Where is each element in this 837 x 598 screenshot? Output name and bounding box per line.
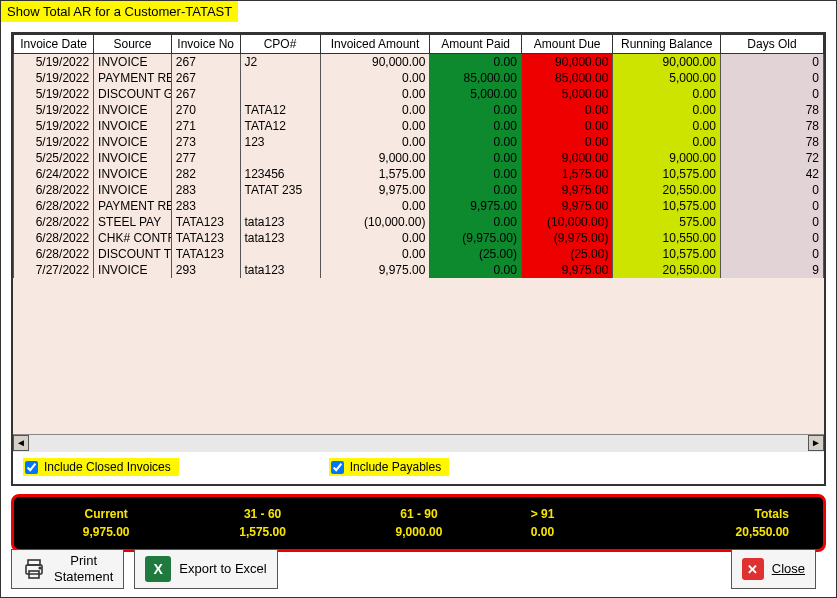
table-row[interactable]: 6/28/2022INVOICE283TATAT 2359,975.000.00… [14, 182, 824, 198]
invoice-grid[interactable]: Invoice Date Source Invoice No CPO# Invo… [13, 34, 824, 278]
cell-invoiced: (10,000.00) [320, 214, 430, 230]
cell-balance: 90,000.00 [613, 54, 721, 70]
checkbox-row: Include Closed Invoices Include Payables [13, 452, 824, 484]
table-row[interactable]: 5/19/2022INVOICE271TATA120.000.000.000.0… [14, 118, 824, 134]
cell-balance: 0.00 [613, 134, 721, 150]
cell-due: 9,975.00 [521, 262, 613, 278]
cell-source: INVOICE [94, 134, 172, 150]
cell-invoice-no: 283 [171, 198, 240, 214]
cell-paid: 85,000.00 [430, 70, 522, 86]
horizontal-scrollbar[interactable]: ◄ ► [13, 434, 824, 452]
cell-due: 9,975.00 [521, 198, 613, 214]
cell-source: DISCOUNT T [94, 246, 172, 262]
cell-date: 5/19/2022 [14, 70, 94, 86]
cell-due: (25.00) [521, 246, 613, 262]
cell-days: 0 [720, 182, 823, 198]
col-header-due[interactable]: Amount Due [521, 35, 613, 54]
cell-days: 42 [720, 166, 823, 182]
print-label-2: Statement [54, 569, 113, 584]
include-closed-checkbox[interactable]: Include Closed Invoices [23, 458, 179, 476]
cell-source: PAYMENT RE [94, 70, 172, 86]
cell-balance: 0.00 [613, 102, 721, 118]
cell-days: 0 [720, 198, 823, 214]
cell-invoiced: 0.00 [320, 246, 430, 262]
cell-paid: 0.00 [430, 102, 522, 118]
cell-source: INVOICE [94, 102, 172, 118]
cell-paid: 0.00 [430, 134, 522, 150]
table-row[interactable]: 5/19/2022INVOICE270TATA120.000.000.000.0… [14, 102, 824, 118]
cell-cpo [240, 70, 320, 86]
cell-paid: 9,975.00 [430, 198, 522, 214]
cell-cpo: tata123 [240, 214, 320, 230]
table-row[interactable]: 6/24/2022INVOICE2821234561,575.000.001,5… [14, 166, 824, 182]
cell-cpo: TATA12 [240, 102, 320, 118]
cell-date: 7/27/2022 [14, 262, 94, 278]
cell-date: 5/19/2022 [14, 118, 94, 134]
cell-cpo [240, 150, 320, 166]
col-header-days[interactable]: Days Old [720, 35, 823, 54]
col-header-balance[interactable]: Running Balance [613, 35, 721, 54]
cell-balance: 10,575.00 [613, 198, 721, 214]
table-row[interactable]: 6/28/2022STEEL PAYTATA123tata123(10,000.… [14, 214, 824, 230]
scroll-right-icon[interactable]: ► [808, 435, 824, 451]
scroll-left-icon[interactable]: ◄ [13, 435, 29, 451]
print-statement-button[interactable]: Print Statement [11, 549, 124, 589]
col-header-date[interactable]: Invoice Date [14, 35, 94, 54]
table-row[interactable]: 5/19/2022INVOICE2731230.000.000.000.0078 [14, 134, 824, 150]
include-closed-input[interactable] [25, 461, 38, 474]
table-row[interactable]: 6/28/2022CHK# CONTRTATA123tata1230.00(9,… [14, 230, 824, 246]
cell-balance: 20,550.00 [613, 182, 721, 198]
button-row: Print Statement X Export to Excel ✕ Clos… [11, 549, 826, 589]
cell-invoiced: 9,000.00 [320, 150, 430, 166]
excel-icon: X [145, 556, 171, 582]
grid-frame: Invoice Date Source Invoice No CPO# Invo… [11, 32, 826, 486]
cell-paid: 5,000.00 [430, 86, 522, 102]
table-row[interactable]: 7/27/2022INVOICE293tata1239,975.000.009,… [14, 262, 824, 278]
aging-value-31-60: 1,575.00 [184, 523, 340, 541]
cell-invoiced: 0.00 [320, 70, 430, 86]
grid-container: Invoice Date Source Invoice No CPO# Invo… [13, 34, 824, 434]
table-row[interactable]: 5/19/2022INVOICE267J290,000.000.0090,000… [14, 54, 824, 70]
cell-source: INVOICE [94, 182, 172, 198]
aging-summary: Current 31 - 60 61 - 90 > 91 Totals 9,97… [11, 494, 826, 552]
table-row[interactable]: 5/25/2022INVOICE2779,000.000.009,000.009… [14, 150, 824, 166]
cell-paid: (25.00) [430, 246, 522, 262]
cell-date: 6/28/2022 [14, 246, 94, 262]
cell-date: 6/28/2022 [14, 182, 94, 198]
include-payables-checkbox[interactable]: Include Payables [329, 458, 449, 476]
cell-invoice-no: TATA123 [171, 230, 240, 246]
include-payables-input[interactable] [331, 461, 344, 474]
col-header-invoiced[interactable]: Invoiced Amount [320, 35, 430, 54]
cell-source: INVOICE [94, 262, 172, 278]
cell-source: PAYMENT RE [94, 198, 172, 214]
cell-invoice-no: 267 [171, 54, 240, 70]
aging-value-totals: 20,550.00 [588, 523, 809, 541]
cell-days: 0 [720, 246, 823, 262]
col-header-cpo[interactable]: CPO# [240, 35, 320, 54]
table-row[interactable]: 6/28/2022PAYMENT RE2830.009,975.009,975.… [14, 198, 824, 214]
cell-date: 6/28/2022 [14, 214, 94, 230]
export-excel-button[interactable]: X Export to Excel [134, 549, 277, 589]
table-row[interactable]: 5/19/2022DISCOUNT G2670.005,000.005,000.… [14, 86, 824, 102]
cell-source: DISCOUNT G [94, 86, 172, 102]
print-label-1: Print [70, 553, 97, 568]
cell-balance: 9,000.00 [613, 150, 721, 166]
cell-date: 6/28/2022 [14, 198, 94, 214]
cell-invoice-no: 282 [171, 166, 240, 182]
include-closed-label: Include Closed Invoices [44, 460, 171, 474]
col-header-invoice-no[interactable]: Invoice No [171, 35, 240, 54]
cell-invoice-no: 283 [171, 182, 240, 198]
cell-invoice-no: 267 [171, 86, 240, 102]
cell-paid: 0.00 [430, 150, 522, 166]
table-row[interactable]: 5/19/2022PAYMENT RE2670.0085,000.0085,00… [14, 70, 824, 86]
close-button[interactable]: ✕ Close [731, 549, 816, 589]
include-payables-label: Include Payables [350, 460, 441, 474]
cell-cpo: tata123 [240, 262, 320, 278]
col-header-paid[interactable]: Amount Paid [430, 35, 522, 54]
cell-due: 0.00 [521, 134, 613, 150]
table-row[interactable]: 6/28/2022DISCOUNT TTATA1230.00(25.00)(25… [14, 246, 824, 262]
cell-date: 5/19/2022 [14, 86, 94, 102]
cell-invoice-no: 293 [171, 262, 240, 278]
col-header-source[interactable]: Source [94, 35, 172, 54]
aging-header-current: Current [28, 505, 184, 523]
